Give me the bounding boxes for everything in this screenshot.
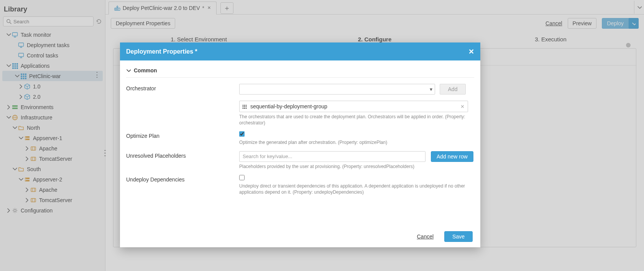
row-optimize: Optimize Plan Optimize the generated pla… bbox=[126, 131, 474, 145]
orchestrator-chip-label: sequential-by-deployment-group bbox=[250, 103, 460, 109]
optimize-help: Optimize the generated plan after orches… bbox=[239, 139, 474, 145]
undeploy-help: Undeploy direct or transient dependencie… bbox=[239, 183, 468, 195]
orchestrator-label: Orchestrator bbox=[126, 84, 239, 91]
row-placeholders: Unresolved Placeholders Add new row Plac… bbox=[126, 151, 474, 170]
modal-titlebar: Deployment Properties * ✕ bbox=[120, 42, 480, 60]
row-orchestrator: Orchestrator ▾ Add sequential-by-deploym… bbox=[126, 84, 474, 126]
orchestrator-help: The orchestrators that are used to creat… bbox=[239, 114, 474, 126]
placeholders-label: Unresolved Placeholders bbox=[126, 151, 239, 159]
optimize-label: Optimize Plan bbox=[126, 131, 239, 139]
remove-icon[interactable]: ✕ bbox=[460, 104, 465, 109]
add-new-row-button[interactable]: Add new row bbox=[431, 151, 473, 162]
close-icon[interactable]: ✕ bbox=[468, 47, 474, 56]
modal-save-button[interactable]: Save bbox=[444, 231, 473, 242]
orchestrator-select[interactable]: ▾ bbox=[239, 84, 435, 95]
section-common-header[interactable]: Common bbox=[126, 67, 474, 78]
modal-title: Deployment Properties * bbox=[126, 48, 197, 55]
row-undeploy: Undeploy Dependencies Undeploy direct or… bbox=[126, 175, 474, 195]
modal-cancel-link[interactable]: Cancel bbox=[417, 233, 434, 240]
deployment-properties-modal: Deployment Properties * ✕ Common Orchest… bbox=[120, 42, 480, 247]
undeploy-label: Undeploy Dependencies bbox=[126, 175, 239, 183]
undeploy-checkbox[interactable] bbox=[239, 175, 245, 180]
drag-handle-icon[interactable] bbox=[243, 104, 247, 109]
placeholders-search-input[interactable] bbox=[239, 151, 426, 162]
orchestrator-add-button: Add bbox=[440, 84, 466, 95]
modal-footer: Cancel Save bbox=[120, 226, 480, 247]
section-common-label: Common bbox=[134, 67, 157, 73]
placeholders-help: Placeholders provided by the user at pro… bbox=[239, 163, 474, 170]
orchestrator-chip[interactable]: sequential-by-deployment-group ✕ bbox=[239, 101, 468, 112]
optimize-checkbox[interactable] bbox=[239, 131, 245, 137]
